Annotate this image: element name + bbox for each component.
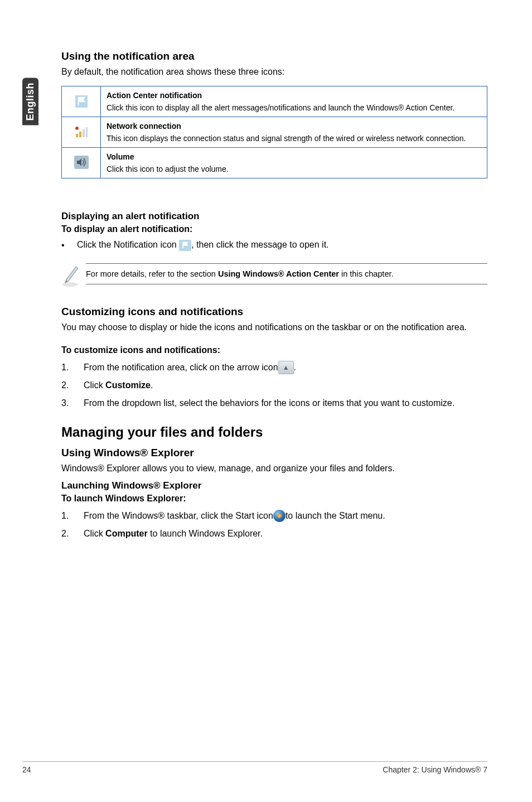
list-item: 2. Click Computer to launch Windows Expl… (61, 527, 487, 540)
list-item: 1. From the notification area, click on … (61, 361, 487, 374)
row-title: Volume (107, 152, 481, 161)
page-heading-managing: Managing your files and folders (61, 424, 487, 440)
action-center-flag-icon (179, 240, 191, 251)
section-heading-customize: Customizing icons and notifications (61, 306, 487, 318)
show-hidden-arrow-icon: ▲ (278, 361, 294, 374)
bullet-item: • Click the Notification icon , then cli… (61, 240, 487, 251)
step-text-pre: Click (84, 380, 105, 390)
row-desc: Click this icon to display all the alert… (107, 103, 481, 112)
chapter-label: Chapter 2: Using Windows® 7 (383, 765, 487, 774)
bullet-text-post: , then click the message to open it. (191, 240, 328, 249)
start-orb-icon (273, 510, 286, 522)
svg-rect-2 (79, 132, 81, 137)
row-title: Network connection (107, 122, 481, 131)
svg-point-5 (75, 127, 79, 130)
bullet-text-pre: Click the Notification icon (77, 240, 179, 249)
page-number: 24 (22, 765, 31, 774)
step-text: From the dropdown list, select the behav… (84, 397, 487, 410)
network-signal-icon (74, 124, 89, 140)
svg-rect-1 (76, 134, 78, 137)
subsection-sub-alert: To display an alert notification: (61, 224, 487, 234)
action-center-flag-icon (74, 94, 89, 109)
svg-point-7 (62, 282, 78, 287)
step-text-pre: From the notification area, click on the… (84, 361, 278, 374)
step-text-pre: Click (84, 529, 105, 538)
section-intro-explorer: Windows® Explorer allows you to view, ma… (61, 462, 487, 475)
subsection-heading-alert: Displaying an alert notification (61, 211, 487, 222)
step-text-post: to launch the Start menu. (286, 509, 385, 523)
step-text-post: . (294, 361, 296, 374)
step-text-pre: From the Windows® taskbar, click the Sta… (84, 509, 273, 523)
page-footer: 24 Chapter 2: Using Windows® 7 (22, 761, 487, 774)
pencil-note-icon (61, 263, 86, 290)
note-text-post: in this chapter. (339, 269, 394, 278)
section-heading-notification-area: Using the notification area (61, 50, 487, 62)
row-desc: This icon displays the connection status… (107, 134, 481, 143)
subsection-heading-launching: Launching Windows® Explorer (61, 480, 487, 491)
section-heading-explorer: Using Windows® Explorer (61, 447, 487, 459)
row-title: Action Center notification (107, 91, 481, 100)
step-text-bold: Customize (105, 380, 151, 390)
list-item: 1. From the Windows® taskbar, click the … (61, 509, 487, 523)
step-text-post: . (151, 380, 153, 390)
language-side-tab: English (22, 78, 38, 125)
section-intro-customize: You may choose to display or hide the ic… (61, 321, 487, 334)
subsection-sub-customize: To customize icons and notifications: (61, 345, 487, 355)
section-intro-notification-area: By default, the notification area shows … (61, 66, 487, 78)
svg-rect-4 (86, 127, 88, 137)
svg-rect-3 (83, 129, 85, 137)
list-item: 3. From the dropdown list, select the be… (61, 397, 487, 410)
step-text-post: to launch Windows Explorer. (148, 529, 263, 538)
note-callout: For more details, refer to the section U… (61, 263, 487, 290)
row-desc: Click this icon to adjust the volume. (107, 165, 481, 173)
subsection-sub-launching: To launch Windows Explorer: (61, 494, 487, 504)
list-item: 2. Click Customize. (61, 379, 487, 392)
step-text-bold: Computer (105, 529, 148, 538)
note-text-bold: Using Windows® Action Center (218, 269, 339, 278)
volume-speaker-icon (74, 154, 89, 170)
notification-icons-table: Action Center notification Click this ic… (61, 86, 487, 178)
note-text-pre: For more details, refer to the section (86, 269, 218, 278)
